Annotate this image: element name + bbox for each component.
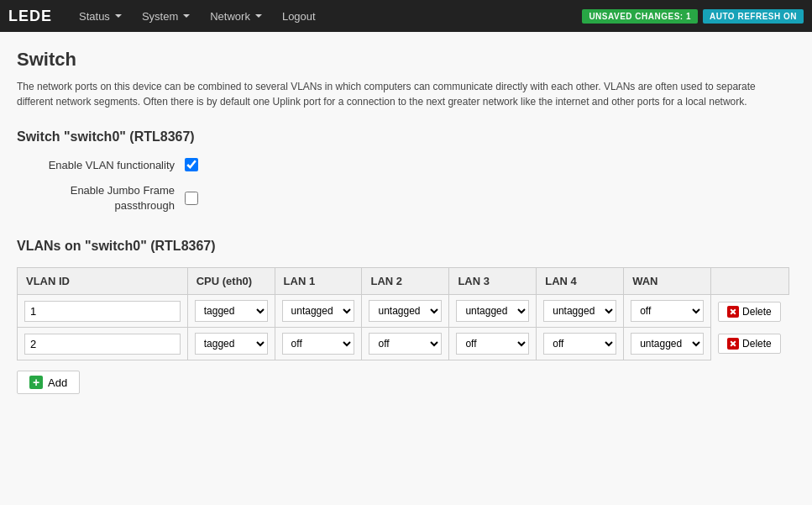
enable-vlan-group: Enable VLAN functionality: [34, 158, 789, 171]
delete-button[interactable]: Delete: [718, 302, 781, 322]
switch-section-title: Switch "switch0" (RTL8367): [17, 129, 789, 145]
delete-icon: [727, 338, 739, 350]
vlan-section-title: VLANs on "switch0" (RTL8367): [17, 239, 789, 254]
add-icon: [29, 376, 43, 389]
delete-button[interactable]: Delete: [718, 334, 781, 354]
system-dropdown-icon: [183, 14, 190, 18]
vlan-id-input[interactable]: [24, 301, 181, 322]
lan4-select[interactable]: offuntaggedtagged: [543, 300, 616, 322]
navbar: LEDE Status System Network Logout UNSAVE…: [0, 0, 812, 32]
table-row: offuntaggedtaggedoffuntaggedtaggedoffunt…: [18, 328, 789, 360]
lan4-select[interactable]: offuntaggedtagged: [543, 333, 616, 355]
wan-select[interactable]: offuntaggedtagged: [631, 300, 704, 322]
col-actions: [711, 268, 789, 295]
vlan-table-body: offuntaggedtaggedoffuntaggedtaggedoffunt…: [18, 295, 789, 360]
nav-item-status[interactable]: Status: [69, 0, 132, 32]
page-title: Switch: [17, 49, 789, 71]
col-vlan-id: VLAN ID: [18, 268, 188, 295]
cpu-select[interactable]: offuntaggedtagged: [195, 333, 268, 355]
col-cpu: CPU (eth0): [187, 268, 275, 295]
col-lan2: LAN 2: [362, 268, 449, 295]
lan1-select[interactable]: offuntaggedtagged: [282, 333, 355, 355]
status-dropdown-icon: [115, 14, 122, 18]
unsaved-changes-badge: UNSAVED CHANGES: 1: [582, 9, 698, 24]
col-wan: WAN: [624, 268, 711, 295]
delete-button-label: Delete: [742, 338, 772, 350]
enable-jumbo-checkbox[interactable]: [185, 192, 198, 205]
add-button-label: Add: [48, 376, 67, 389]
vlan-table-header: VLAN ID CPU (eth0) LAN 1 LAN 2 LAN 3 LAN…: [18, 268, 789, 295]
lan3-select[interactable]: offuntaggedtagged: [456, 333, 529, 355]
page-description: The network ports on this device can be …: [17, 79, 789, 109]
lan1-select[interactable]: offuntaggedtagged: [282, 300, 355, 322]
lan3-select[interactable]: offuntaggedtagged: [456, 300, 529, 322]
enable-vlan-label: Enable VLAN functionality: [34, 159, 185, 171]
nav-item-logout[interactable]: Logout: [272, 0, 326, 32]
table-row: offuntaggedtaggedoffuntaggedtaggedoffunt…: [18, 295, 789, 328]
vlan-id-input[interactable]: [24, 334, 181, 355]
nav-items: Status System Network Logout: [69, 0, 582, 32]
col-lan1: LAN 1: [275, 268, 362, 295]
lan2-select[interactable]: offuntaggedtagged: [369, 333, 442, 355]
network-dropdown-icon: [255, 14, 262, 18]
lan2-select[interactable]: offuntaggedtagged: [369, 300, 442, 322]
cpu-select[interactable]: offuntaggedtagged: [195, 300, 268, 322]
navbar-badges: UNSAVED CHANGES: 1 AUTO REFRESH ON: [582, 9, 804, 24]
nav-item-network[interactable]: Network: [200, 0, 272, 32]
delete-button-label: Delete: [742, 306, 772, 318]
add-button[interactable]: Add: [17, 371, 80, 394]
enable-jumbo-label: Enable Jumbo Frame passthrough: [34, 183, 185, 213]
navbar-brand: LEDE: [8, 8, 52, 25]
vlan-section: VLANs on "switch0" (RTL8367) VLAN ID CPU…: [17, 239, 789, 394]
wan-select[interactable]: offuntaggedtagged: [631, 333, 704, 355]
delete-icon: [727, 306, 739, 318]
enable-vlan-checkbox[interactable]: [185, 158, 198, 171]
nav-item-system[interactable]: System: [132, 0, 200, 32]
auto-refresh-badge: AUTO REFRESH ON: [703, 9, 804, 24]
enable-jumbo-group: Enable Jumbo Frame passthrough: [34, 183, 789, 213]
main-content: Switch The network ports on this device …: [0, 32, 806, 411]
col-lan3: LAN 3: [449, 268, 537, 295]
vlan-table: VLAN ID CPU (eth0) LAN 1 LAN 2 LAN 3 LAN…: [17, 267, 789, 360]
col-lan4: LAN 4: [537, 268, 624, 295]
